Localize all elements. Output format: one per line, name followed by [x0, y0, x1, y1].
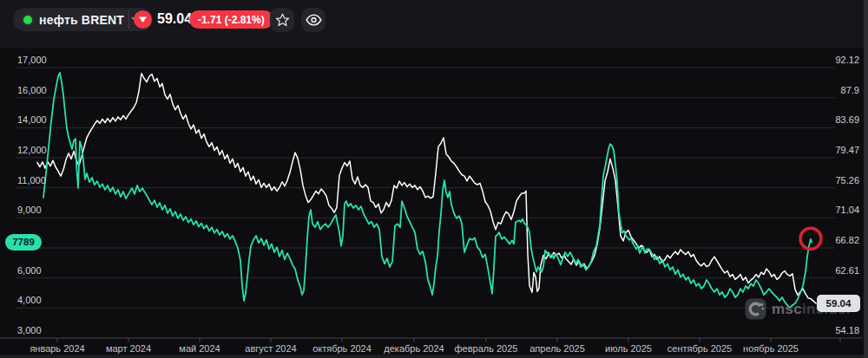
x-axis-label: май 2024 [161, 343, 239, 354]
y-axis-label-left: 17,000 [17, 55, 47, 65]
scrollbar[interactable] [864, 0, 868, 358]
y-axis-label-right: 71.04 [814, 205, 859, 215]
x-axis-label: сентябрь 2025 [661, 343, 739, 354]
mscinsider-logo-icon [745, 298, 766, 320]
x-axis-label: февраль 2025 [447, 343, 525, 354]
y-axis-label-right: 83.69 [814, 114, 859, 125]
y-axis-label-left: 11,000 [17, 175, 46, 186]
x-axis-label: март 2024 [89, 343, 168, 354]
x-axis-label: апрель 2025 [518, 343, 596, 354]
y-axis-label-right: 87.9 [814, 85, 859, 95]
y-axis-label-left: 3,000 [17, 325, 42, 335]
y-axis-label-right: 79.47 [814, 145, 859, 155]
price-chart-canvas[interactable] [0, 0, 868, 358]
y-axis-label-left: 4,000 [17, 295, 42, 305]
left-axis-last-value-pill: 7789 [5, 234, 42, 251]
x-axis-label: август 2024 [232, 343, 310, 354]
y-axis-label-left: 14,000 [17, 114, 47, 125]
app-window: нефть BRENT 59.04 -1.71 (-2.81%) январь … [0, 0, 868, 358]
x-axis-label: декабрь 2024 [375, 343, 453, 354]
x-axis-label: октябрь 2024 [303, 343, 381, 354]
y-axis-label-right: 66.82 [814, 235, 859, 245]
watermark-text-bold: msc [772, 301, 802, 317]
y-axis-label-left: 6,000 [17, 265, 42, 276]
x-axis-label: январь 2024 [18, 343, 96, 354]
y-axis-label-right: 54.18 [814, 325, 859, 335]
bottom-edge [0, 355, 868, 358]
y-axis-label-left: 12,000 [17, 145, 47, 155]
y-axis-label-left: 9,000 [17, 205, 42, 215]
y-axis-label-right: 92.12 [814, 55, 859, 65]
right-axis-last-price-pill: 59.04 [817, 295, 860, 312]
y-axis-label-right: 62.61 [814, 265, 859, 276]
y-axis-label-right: 75.26 [814, 175, 859, 186]
x-axis-label: ноябрь 2025 [732, 343, 810, 354]
series-line-oil-left-axis [43, 73, 812, 308]
y-axis-label-left: 16,000 [17, 85, 47, 95]
x-axis-label: июль 2025 [589, 343, 667, 354]
